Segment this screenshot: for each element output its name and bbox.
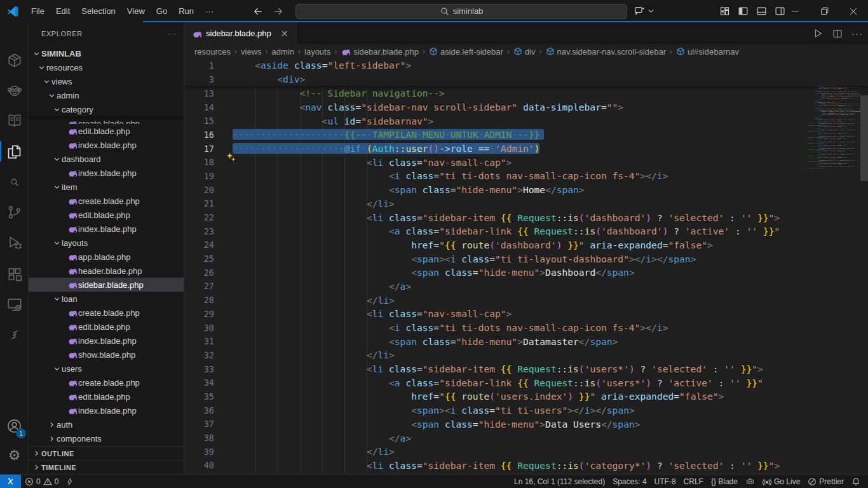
remote-indicator-button[interactable] xyxy=(0,475,21,488)
status-utf-8[interactable]: UTF-8 xyxy=(651,475,680,488)
menu-file[interactable]: File xyxy=(25,4,50,18)
code-line-27[interactable]: 27 </a> xyxy=(184,280,868,294)
code-line-1[interactable]: 1 <aside class="left-sidebar"> xyxy=(184,58,868,72)
minimize-button[interactable] xyxy=(780,0,810,22)
breadcrumb-item-admin[interactable]: admin xyxy=(272,47,294,57)
tree-item-users[interactable]: users xyxy=(29,362,184,376)
code-line-19[interactable]: 19 <i class="ti ti-dots nav-small-cap-ic… xyxy=(184,169,868,183)
tree-item-edit-blade-php[interactable]: edit.blade.php xyxy=(29,320,184,334)
code-line-35[interactable]: 35 href="{{ route('users.index') }}" ari… xyxy=(184,390,868,403)
tree-item-index-blade-php[interactable]: index.blade.php xyxy=(29,138,184,152)
breadcrumb-item-ul-sidebarnav[interactable]: ul#sidebarnav xyxy=(676,47,739,57)
breadcrumb-item-aside-left-sidebar[interactable]: aside.left-sidebar xyxy=(429,47,503,57)
customize-layout-icon[interactable] xyxy=(719,6,730,17)
copilot-sparkle-icon[interactable] xyxy=(226,152,236,163)
status-bell[interactable] xyxy=(848,475,864,488)
explorer-actions-button[interactable]: ··· xyxy=(168,30,176,37)
tab-sidebar-blade[interactable]: sidebar.blade.php ✕ xyxy=(184,22,297,44)
tree-item-header-blade-php[interactable]: header.blade.php xyxy=(29,264,184,278)
tree-item-siminlab[interactable]: SIMINLAB xyxy=(29,46,184,60)
status-prettier[interactable]: Prettier xyxy=(804,475,848,488)
status-crlf[interactable]: CRLF xyxy=(680,475,707,488)
editor-more-actions-icon[interactable]: ··· xyxy=(851,28,863,39)
tree-item-create-blade-php[interactable]: create.blade.php xyxy=(29,306,184,320)
code-line-18[interactable]: 18 <li class="nav-small-cap"> xyxy=(184,155,868,169)
code-line-28[interactable]: 28 </li> xyxy=(184,293,868,307)
breadcrumb-item-layouts[interactable]: layouts xyxy=(304,47,330,57)
tree-item-app-blade-php[interactable]: app.blade.php xyxy=(29,250,184,264)
code-line-25[interactable]: 25 <span><i class="ti ti-layout-dashboar… xyxy=(184,252,868,266)
code-line-39[interactable]: 39 </li> xyxy=(184,445,868,459)
tree-item-create-blade-php[interactable]: create.blade.php xyxy=(29,376,184,390)
split-editor-icon[interactable] xyxy=(832,29,843,39)
timeline-section[interactable]: TIMELINE xyxy=(29,460,184,474)
tree-item-auth[interactable]: auth xyxy=(29,417,184,431)
status-ln-16-col-1-112-selected-[interactable]: Ln 16, Col 1 (112 selected) xyxy=(510,475,609,488)
tree-item-index-blade-php[interactable]: index.blade.php xyxy=(29,334,184,348)
tree-item-category[interactable]: category xyxy=(29,102,184,116)
menu-run[interactable]: Run xyxy=(173,4,200,18)
problems-button[interactable]: 0 0 xyxy=(21,475,62,488)
code-line-23[interactable]: 23 <a class="sidebar-link {{ Request::is… xyxy=(184,224,868,238)
status-go-live[interactable]: Go Live xyxy=(759,475,804,488)
code-line-21[interactable]: 21 </li> xyxy=(184,197,868,211)
activity-package[interactable] xyxy=(0,46,29,74)
code-line-17[interactable]: 17····················@if·(Auth::user()-… xyxy=(184,142,868,156)
code-line-14[interactable]: 14 <nav class="sidebar-nav scroll-sideba… xyxy=(184,100,868,114)
menu-edit[interactable]: Edit xyxy=(50,4,76,18)
code-line-20[interactable]: 20 <span class="hide-menu">Home</span> xyxy=(184,183,868,197)
code-line-29[interactable]: 29 <li class="nav-small-cap"> xyxy=(184,307,868,321)
code-line-33[interactable]: 33 <li class="sidebar-item {{ Request::i… xyxy=(184,362,868,376)
code-line-38[interactable]: 38 </a> xyxy=(184,431,868,445)
code-line-3[interactable]: 3 <div> xyxy=(184,72,868,86)
tree-item-edit-blade-php[interactable]: edit.blade.php xyxy=(29,208,184,222)
breadcrumb-item-views[interactable]: views xyxy=(241,47,262,57)
activity-account[interactable]: 1 xyxy=(0,412,29,440)
tree-item-show-blade-php[interactable]: show.blade.php xyxy=(29,348,184,362)
tree-item-edit-blade-php[interactable]: edit.blade.php xyxy=(29,124,184,138)
tree-item-components[interactable]: components xyxy=(29,431,184,445)
code-line-40[interactable]: 40 <li class="sidebar-item {{ Request::i… xyxy=(184,459,868,473)
activity-monkey-extension[interactable] xyxy=(0,77,29,105)
toggle-panel-icon[interactable] xyxy=(756,6,767,17)
tree-item-sidebar-blade-php[interactable]: sidebar.blade.php xyxy=(29,278,184,292)
tree-item-edit-blade-php[interactable]: edit.blade.php xyxy=(29,390,184,403)
status-spaces-4[interactable]: Spaces: 4 xyxy=(609,475,650,488)
copilot-menu-button[interactable] xyxy=(634,5,655,17)
outline-section[interactable]: OUTLINE xyxy=(29,446,184,460)
code-line-30[interactable]: 30 <i class="ti ti-dots nav-small-cap-ic… xyxy=(184,321,868,335)
menu-view[interactable]: View xyxy=(121,4,151,18)
back-arrow-icon[interactable] xyxy=(252,6,264,17)
menu-go[interactable]: Go xyxy=(151,4,173,18)
activity-remote-explorer[interactable] xyxy=(0,290,29,318)
tree-item-create-blade-php[interactable]: create.blade.php xyxy=(29,116,184,124)
activity-extensions[interactable] xyxy=(0,260,29,288)
breadcrumb-item-sidebar-blade-php[interactable]: sidebar.blade.php xyxy=(341,46,419,57)
close-button[interactable] xyxy=(839,0,868,22)
forward-arrow-icon[interactable] xyxy=(273,6,284,17)
menu-selection[interactable]: Selection xyxy=(76,4,121,18)
activity-s-extension[interactable] xyxy=(0,321,29,349)
activity-settings-gear[interactable]: ⚙ xyxy=(0,441,29,469)
code-area[interactable]: 1 <aside class="left-sidebar">3 <div> 13… xyxy=(184,58,868,474)
activity-explorer-files[interactable] xyxy=(0,137,29,165)
menu-overflow[interactable]: ··· xyxy=(200,4,219,18)
activity-search[interactable] xyxy=(0,168,29,196)
status--blade[interactable]: {} Blade xyxy=(707,475,742,488)
code-line-31[interactable]: 31 <span class="hide-menu">Datamaster</s… xyxy=(184,334,868,348)
code-line-15[interactable]: 15 <ul id="sidebarnav"> xyxy=(184,114,868,128)
tree-item-resources[interactable]: resources xyxy=(29,60,184,74)
thunder-icon-button[interactable] xyxy=(62,475,78,488)
code-line-24[interactable]: 24 href="{{ route('dashboard') }}" aria-… xyxy=(184,238,868,252)
tree-item-admin[interactable]: admin xyxy=(29,88,184,102)
code-line-34[interactable]: 34 <a class="sidebar-link {{ Request::is… xyxy=(184,376,868,390)
code-line-32[interactable]: 32 </li> xyxy=(184,348,868,362)
tree-item-layouts[interactable]: layouts xyxy=(29,236,184,250)
tree-item-index-blade-php[interactable]: index.blade.php xyxy=(29,222,184,236)
tree-item-index-blade-php[interactable]: index.blade.php xyxy=(29,166,184,180)
code-line-13[interactable]: 13 <!-- Sidebar navigation--> xyxy=(184,86,868,100)
breadcrumb-item-div[interactable]: div xyxy=(513,47,536,57)
tree-item-index-blade-php[interactable]: index.blade.php xyxy=(29,403,184,417)
activity-source-control[interactable] xyxy=(0,198,29,226)
minimap[interactable]: <aside class="left-sidebar"> </a> <div> … xyxy=(794,58,860,474)
